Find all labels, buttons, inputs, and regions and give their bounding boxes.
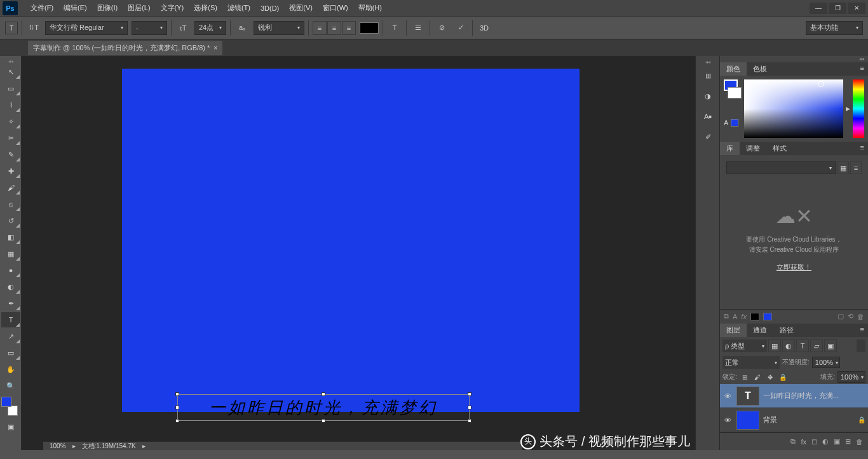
- panel-menu-icon[interactable]: ≡: [857, 324, 868, 337]
- layer-row[interactable]: 👁 背景 🔒: [720, 408, 868, 432]
- background-color[interactable]: [8, 406, 18, 416]
- cancel-icon[interactable]: ⊘: [434, 20, 449, 36]
- maximize-button[interactable]: ❐: [829, 3, 846, 14]
- menu-file[interactable]: 文件(F): [25, 1, 58, 15]
- font-family-dropdown[interactable]: 华文行楷 Regular: [45, 21, 128, 35]
- panel-grip[interactable]: ◂◂: [720, 56, 868, 62]
- toolbar-grip[interactable]: ◂◂: [0, 58, 21, 64]
- panel-menu-icon[interactable]: ≡: [857, 142, 868, 155]
- align-icon[interactable]: ▢: [837, 312, 844, 320]
- trash-icon[interactable]: 🗑: [857, 313, 864, 320]
- wand-tool[interactable]: ✧: [1, 114, 20, 129]
- dock-grip[interactable]: ◂◂: [696, 58, 719, 65]
- tab-swatches[interactable]: 色板: [747, 62, 773, 76]
- text-orientation-icon[interactable]: ⥮T: [26, 20, 41, 36]
- link-layers-icon[interactable]: ⧉: [790, 437, 796, 446]
- menu-edit[interactable]: 编辑(E): [58, 1, 92, 15]
- grid-view-icon[interactable]: ▦: [837, 161, 849, 174]
- handle-bot-left[interactable]: [175, 419, 179, 423]
- warp-text-icon[interactable]: Ƭ: [387, 20, 402, 36]
- link-icon[interactable]: ⧉: [724, 312, 729, 320]
- filter-type-icon[interactable]: T: [796, 339, 809, 352]
- trash-icon[interactable]: 🗑: [856, 438, 863, 446]
- workspace-dropdown[interactable]: 基本功能: [806, 21, 863, 35]
- antialiasing-dropdown[interactable]: 锐利: [254, 21, 304, 35]
- opacity-input[interactable]: 100%: [812, 357, 840, 368]
- quickmask-tool[interactable]: ▣: [1, 419, 20, 434]
- menu-window[interactable]: 窗口(W): [318, 1, 353, 15]
- adjustment-icon[interactable]: ◐: [822, 437, 829, 446]
- fill-input[interactable]: 100%: [837, 371, 865, 383]
- color-selector[interactable]: [1, 397, 20, 416]
- list-view-icon[interactable]: ≡: [850, 161, 862, 174]
- tab-libraries[interactable]: 库: [720, 142, 740, 155]
- align-left-button[interactable]: ≡: [313, 21, 327, 35]
- eraser-tool[interactable]: ◧: [1, 230, 20, 245]
- menu-3d[interactable]: 3D(D): [255, 2, 284, 15]
- blend-mode-dropdown[interactable]: 正常: [722, 356, 780, 369]
- properties-panel-icon[interactable]: ◑: [698, 87, 718, 105]
- tab-styles[interactable]: 样式: [766, 142, 793, 155]
- pen-tool[interactable]: ✒: [1, 296, 20, 311]
- lock-all-icon[interactable]: 🔒: [778, 372, 788, 382]
- character-panel-icon[interactable]: A■: [698, 107, 718, 125]
- history-panel-icon[interactable]: ⊞: [698, 67, 718, 85]
- layer-thumb-text[interactable]: T: [736, 387, 759, 406]
- lasso-tool[interactable]: ⌇: [1, 97, 20, 113]
- menu-view[interactable]: 视图(V): [284, 1, 318, 15]
- filter-adjust-icon[interactable]: ◐: [782, 339, 795, 352]
- menu-type[interactable]: 文字(Y): [156, 1, 189, 15]
- menu-layer[interactable]: 图层(L): [123, 1, 155, 15]
- move-tool[interactable]: ↖: [1, 64, 20, 79]
- marquee-tool[interactable]: ▭: [1, 81, 20, 96]
- menu-filter[interactable]: 滤镜(T): [222, 1, 255, 15]
- handle-top-mid[interactable]: [322, 392, 325, 396]
- text-bounding-box[interactable]: 一如昨日的时光，充满梦幻: [177, 394, 470, 421]
- fx-icon[interactable]: fx: [801, 438, 806, 446]
- type-tool[interactable]: T: [1, 312, 20, 327]
- brush-tool[interactable]: 🖌: [1, 180, 20, 195]
- foreground-color[interactable]: [1, 397, 11, 407]
- library-dropdown[interactable]: [726, 161, 836, 174]
- mask-icon[interactable]: ◻: [811, 437, 817, 446]
- layer-thumb-bg[interactable]: [736, 411, 759, 430]
- commit-icon[interactable]: ✓: [453, 20, 468, 36]
- menu-help[interactable]: 帮助(H): [353, 1, 387, 15]
- crop-tool[interactable]: ✂: [1, 130, 20, 146]
- blur-tool[interactable]: ●: [1, 263, 20, 278]
- layer-row[interactable]: 👁 T 一如昨日的时光，充满...: [720, 384, 868, 408]
- canvas-area[interactable]: 一如昨日的时光，充满梦幻 100% ▸ 文档:1.19M/154.7K ▸: [22, 56, 695, 450]
- shape-tool[interactable]: ▭: [1, 345, 20, 360]
- filter-pixel-icon[interactable]: ▦: [768, 339, 781, 352]
- minimize-button[interactable]: —: [810, 3, 827, 14]
- text-color-swatch[interactable]: [360, 22, 379, 34]
- eyedropper-tool[interactable]: ✎: [1, 147, 20, 162]
- align-center-button[interactable]: ≡: [327, 21, 341, 35]
- panel-menu-icon[interactable]: ≡: [857, 62, 868, 76]
- handle-mid-right[interactable]: [468, 406, 471, 409]
- color-spectrum[interactable]: [744, 79, 843, 138]
- tab-color[interactable]: 颜色: [720, 62, 747, 76]
- new-layer-icon[interactable]: ⊞: [845, 437, 851, 446]
- visibility-icon[interactable]: 👁: [722, 392, 733, 400]
- lib-get-link[interactable]: 立即获取！: [776, 263, 811, 272]
- dodge-tool[interactable]: ◐: [1, 279, 20, 294]
- tab-layers[interactable]: 图层: [720, 324, 747, 337]
- filter-toggle[interactable]: [857, 339, 865, 352]
- hue-strip[interactable]: [853, 79, 864, 138]
- stroke-swatch[interactable]: [763, 313, 772, 320]
- font-style-dropdown[interactable]: -: [132, 21, 167, 35]
- document-tab[interactable]: 字幕制作 @ 100% (一如昨日的时光，充满梦幻, RGB/8) * ×: [28, 41, 222, 55]
- path-tool[interactable]: ↗: [1, 329, 20, 344]
- lock-pos-icon[interactable]: ✥: [765, 372, 775, 382]
- fx-icon[interactable]: fx: [741, 313, 747, 320]
- paragraph-panel-icon[interactable]: ✐: [698, 128, 718, 146]
- tab-paths[interactable]: 路径: [773, 324, 800, 337]
- mode-swatch[interactable]: [731, 119, 738, 127]
- menu-image[interactable]: 图像(I): [92, 1, 123, 15]
- tool-preset-icon[interactable]: T: [5, 22, 18, 34]
- zoom-tool[interactable]: 🔍: [1, 378, 20, 394]
- filter-type-dropdown[interactable]: ρ 类型: [722, 339, 767, 352]
- heal-tool[interactable]: ✚: [1, 163, 20, 179]
- spectrum-cursor[interactable]: [818, 81, 824, 87]
